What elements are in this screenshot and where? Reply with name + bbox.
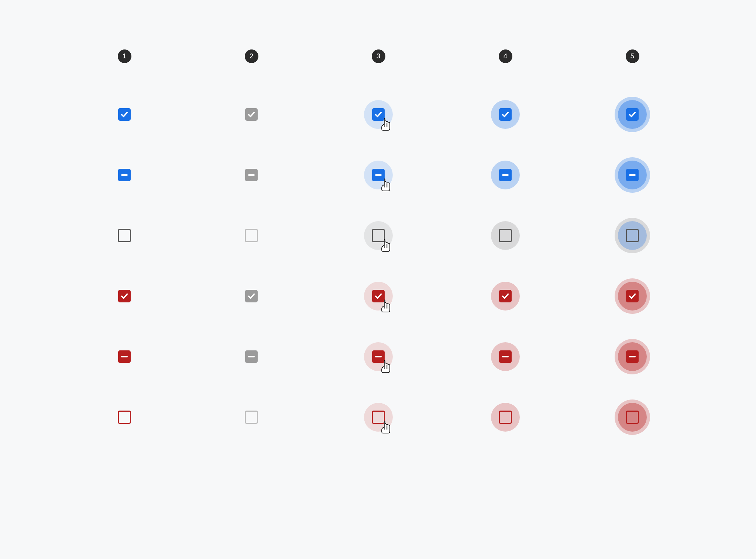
checkbox-box-indeterminate-icon — [245, 169, 258, 181]
indeterminate-dash-icon — [121, 356, 128, 357]
checkbox-row-primary-indeterminate — [61, 160, 696, 191]
checkbox-box-indeterminate-icon — [245, 350, 258, 363]
indeterminate-dash-icon — [375, 356, 382, 357]
checkbox-primary-checked-hover[interactable] — [364, 100, 393, 129]
checkbox-error-indeterminate-pressed[interactable] — [618, 342, 647, 371]
checkbox-box-unchecked-icon — [626, 229, 639, 242]
checkbox-box-checked-icon — [372, 108, 385, 121]
checkbox-box-unchecked-icon — [372, 229, 385, 242]
indeterminate-dash-icon — [248, 356, 255, 357]
checkbox-error-unchecked-enabled[interactable] — [110, 403, 139, 432]
checkbox-primary-checked-enabled[interactable] — [110, 100, 139, 129]
checkbox-primary-checked-pressed[interactable] — [618, 100, 647, 129]
checkbox-error-unchecked-pressed[interactable] — [618, 403, 647, 432]
checkbox-primary-checked-disabled — [237, 100, 266, 129]
checkbox-box-indeterminate-icon — [626, 350, 639, 363]
checkbox-primary-indeterminate-hover[interactable] — [364, 161, 393, 189]
checkbox-box-checked-icon — [118, 290, 131, 302]
checkbox-primary-checked-focus[interactable] — [491, 100, 520, 129]
checkbox-box-checked-icon — [626, 290, 639, 302]
checkbox-error-indeterminate-disabled — [237, 342, 266, 371]
checkbox-primary-indeterminate-focus[interactable] — [491, 161, 520, 189]
checkbox-box-indeterminate-icon — [499, 169, 512, 181]
checkbox-error-indeterminate-hover[interactable] — [364, 342, 393, 371]
indeterminate-dash-icon — [502, 174, 509, 176]
checkbox-box-indeterminate-icon — [372, 169, 385, 181]
checkbox-row-error-unchecked — [61, 402, 696, 433]
checkbox-box-indeterminate-icon — [626, 169, 639, 181]
checkbox-box-checked-icon — [626, 108, 639, 121]
checkbox-box-checked-icon — [245, 290, 258, 302]
checkbox-primary-unchecked-pressed[interactable] — [618, 221, 647, 250]
checkbox-box-unchecked-icon — [626, 411, 639, 424]
checkbox-box-indeterminate-icon — [118, 169, 131, 181]
checkbox-error-checked-hover[interactable] — [364, 282, 393, 311]
checkbox-box-unchecked-icon — [245, 411, 258, 424]
checkbox-row-primary-checked — [61, 99, 696, 130]
checkbox-box-unchecked-icon — [499, 411, 512, 424]
checkbox-error-checked-disabled — [237, 282, 266, 311]
checkbox-box-indeterminate-icon — [118, 350, 131, 363]
column-badge-3: 3 — [372, 49, 385, 63]
checkbox-error-indeterminate-enabled[interactable] — [110, 342, 139, 371]
column-badge-4: 4 — [499, 49, 512, 63]
checkbox-box-unchecked-icon — [499, 229, 512, 242]
checkbox-primary-unchecked-focus[interactable] — [491, 221, 520, 250]
indeterminate-dash-icon — [629, 356, 636, 357]
indeterminate-dash-icon — [248, 174, 255, 176]
checkbox-error-indeterminate-focus[interactable] — [491, 342, 520, 371]
checkbox-box-checked-icon — [245, 108, 258, 121]
checkbox-error-unchecked-disabled — [237, 403, 266, 432]
column-badge-1: 1 — [118, 49, 131, 63]
indeterminate-dash-icon — [121, 174, 128, 176]
checkbox-box-checked-icon — [118, 108, 131, 121]
checkbox-row-error-indeterminate — [61, 341, 696, 372]
checkbox-error-checked-enabled[interactable] — [110, 282, 139, 311]
checkbox-box-unchecked-icon — [245, 229, 258, 242]
checkbox-primary-indeterminate-pressed[interactable] — [618, 161, 647, 189]
checkbox-primary-indeterminate-enabled[interactable] — [110, 161, 139, 189]
checkbox-error-checked-pressed[interactable] — [618, 282, 647, 311]
checkbox-box-unchecked-icon — [372, 411, 385, 424]
checkbox-box-unchecked-icon — [118, 411, 131, 424]
checkbox-primary-unchecked-disabled — [237, 221, 266, 250]
checkbox-box-checked-icon — [372, 290, 385, 302]
checkbox-box-unchecked-icon — [118, 229, 131, 242]
checkbox-primary-indeterminate-disabled — [237, 161, 266, 189]
indeterminate-dash-icon — [629, 174, 636, 176]
indeterminate-dash-icon — [502, 356, 509, 357]
checkbox-primary-unchecked-hover[interactable] — [364, 221, 393, 250]
checkbox-box-checked-icon — [499, 290, 512, 302]
checkbox-box-indeterminate-icon — [499, 350, 512, 363]
checkbox-primary-unchecked-enabled[interactable] — [110, 221, 139, 250]
column-badge-5: 5 — [626, 49, 639, 63]
indeterminate-dash-icon — [375, 174, 382, 176]
checkbox-error-unchecked-hover[interactable] — [364, 403, 393, 432]
checkbox-error-checked-focus[interactable] — [491, 282, 520, 311]
checkbox-box-checked-icon — [499, 108, 512, 121]
checkbox-error-unchecked-focus[interactable] — [491, 403, 520, 432]
column-badge-2: 2 — [245, 49, 258, 63]
checkbox-row-primary-unchecked — [61, 220, 696, 251]
checkbox-box-indeterminate-icon — [372, 350, 385, 363]
checkbox-row-error-checked — [61, 281, 696, 312]
